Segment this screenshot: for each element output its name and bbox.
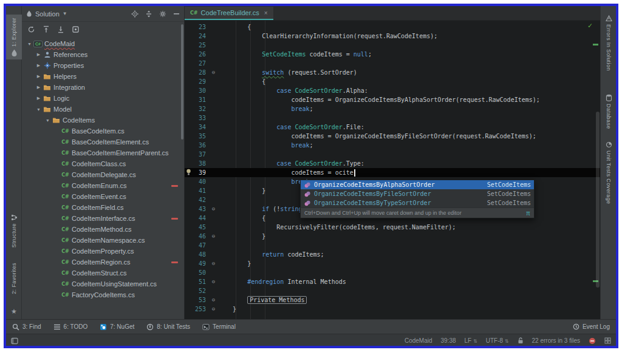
error-summary[interactable]: 22 errors in 3 files bbox=[532, 337, 580, 344]
line-ending-selector[interactable]: LF ⇅ bbox=[465, 337, 477, 344]
line-number[interactable]: 35 bbox=[185, 132, 209, 141]
chevron-down-icon[interactable]: ▼ bbox=[35, 107, 43, 112]
line-number[interactable]: 50 bbox=[185, 268, 209, 277]
code-line[interactable]: 30 case CodeSortOrder.Alpha: bbox=[185, 86, 600, 95]
scroll-to-source-icon[interactable] bbox=[72, 25, 80, 33]
tree-item-logic[interactable]: ▶Logic bbox=[22, 93, 184, 104]
tree-item-codeitemclass-cs[interactable]: C#CodeItemClass.cs bbox=[22, 158, 184, 169]
tree-item-codeitemmethod-cs[interactable]: C#CodeItemMethod.cs bbox=[22, 224, 184, 235]
chevron-down-icon[interactable]: ▼ bbox=[44, 118, 52, 123]
code-line[interactable]: 26 SetCodeItems codeItems = null; bbox=[185, 50, 600, 59]
line-number[interactable]: 33 bbox=[185, 113, 209, 123]
tree-item-factorycodeitems-cs[interactable]: C#FactoryCodeItems.cs bbox=[22, 289, 184, 300]
status-project[interactable]: CodeMaid bbox=[405, 337, 432, 344]
hide-panel-icon[interactable] bbox=[173, 10, 180, 17]
line-number[interactable]: 43 bbox=[185, 204, 209, 214]
fold-marker-icon[interactable]: ⊖ bbox=[209, 68, 218, 77]
tree-scrollbar[interactable] bbox=[181, 24, 183, 140]
tab-explorer[interactable]: 1: Explorer bbox=[6, 15, 22, 59]
line-number[interactable]: 45 bbox=[185, 223, 209, 232]
code-line[interactable]: 31 codeItems = OrganizeCodeItemsByAlphaS… bbox=[185, 95, 600, 104]
caret-position[interactable]: 39:38 bbox=[441, 337, 456, 344]
tree-item-codeitems[interactable]: ▼CodeItems bbox=[22, 115, 184, 126]
line-number[interactable]: 41 bbox=[185, 186, 209, 195]
chevron-right-icon[interactable]: ▶ bbox=[35, 52, 43, 57]
tab-errors-in-solution[interactable]: Errors In Solution bbox=[601, 12, 617, 74]
tab-database[interactable]: Database bbox=[601, 91, 617, 132]
tree-item-codeiteminterface-cs[interactable]: C#CodeItemInterface.cs bbox=[22, 213, 184, 224]
code-line[interactable]: 33 bbox=[185, 113, 600, 123]
code-line[interactable]: 28⊖ switch (request.SortOrder) bbox=[185, 68, 600, 77]
tree-item-basecodeitemelement-cs[interactable]: C#BaseCodeItemElement.cs bbox=[22, 136, 184, 147]
tree-item-codeitemevent-cs[interactable]: C#CodeItemEvent.cs bbox=[22, 191, 184, 202]
line-number[interactable]: 24 bbox=[185, 32, 209, 41]
tab-favorites[interactable]: 2: Favorites bbox=[6, 260, 22, 297]
code-editor[interactable]: 23 {24 ClearHierarchyInformation(request… bbox=[185, 21, 600, 319]
toolwindow-button-7-nuget[interactable]: 7: NuGet bbox=[100, 323, 134, 331]
chevron-right-icon[interactable]: ▶ bbox=[35, 85, 43, 90]
inspection-ok-icon[interactable]: ✓ bbox=[588, 21, 592, 30]
pin-icon[interactable]: π bbox=[526, 210, 530, 217]
tree-item-basecodeitemelementparent-cs[interactable]: C#BaseCodeItemElementParent.cs bbox=[22, 147, 184, 158]
code-line[interactable]: 53⊖ Private Methods bbox=[185, 295, 600, 305]
code-line[interactable]: 36 break; bbox=[185, 141, 600, 150]
line-number[interactable]: 28 bbox=[185, 68, 209, 77]
tree-item-codeitemnamespace-cs[interactable]: C#CodeItemNamespace.cs bbox=[22, 235, 184, 246]
code-line[interactable]: 25 bbox=[185, 41, 600, 50]
fold-marker-icon[interactable]: ⊖ bbox=[209, 232, 218, 241]
line-number[interactable]: 40 bbox=[185, 177, 209, 186]
tree-item-integration[interactable]: ▶Integration bbox=[22, 82, 184, 93]
line-number[interactable]: 26 bbox=[185, 50, 209, 59]
settings-gear-icon[interactable] bbox=[159, 10, 166, 18]
line-number[interactable]: 30 bbox=[185, 86, 209, 95]
code-line[interactable]: 50 bbox=[185, 268, 600, 277]
line-number[interactable]: 47 bbox=[185, 241, 209, 250]
line-number[interactable]: 36 bbox=[185, 141, 209, 150]
tree-item-codeitemusingstatement-cs[interactable]: C#CodeItemUsingStatement.cs bbox=[22, 278, 184, 289]
tab-codetreebuilder[interactable]: C# CodeTreeBuilder.cs × bbox=[185, 7, 273, 20]
tab-structure[interactable]: Structure bbox=[6, 211, 22, 251]
code-line[interactable]: 46⊖ } bbox=[185, 232, 600, 241]
fold-marker-icon[interactable]: ⊖ bbox=[209, 305, 218, 314]
completion-item[interactable]: OrganizeCodeItemsByAlphaSortOrderSetCode… bbox=[301, 180, 534, 189]
editor-scrollbar[interactable] bbox=[596, 112, 600, 288]
toolwindow-button-terminal[interactable]: Terminal bbox=[202, 323, 236, 331]
line-number[interactable]: 44 bbox=[185, 214, 209, 223]
code-line[interactable]: 52 bbox=[185, 286, 600, 295]
tree-item-helpers[interactable]: ▶Helpers bbox=[22, 71, 184, 82]
completion-item[interactable]: OrganizeCodeItemsByTypeSortOrderSetCodeI… bbox=[301, 198, 534, 207]
toolwindow-button-8-unit-tests[interactable]: 8: Unit Tests bbox=[146, 323, 190, 331]
code-line[interactable]: 27 bbox=[185, 59, 600, 68]
line-number[interactable]: 29 bbox=[185, 77, 209, 86]
line-number[interactable]: 49 bbox=[185, 259, 209, 268]
code-line[interactable]: 37 bbox=[185, 150, 600, 159]
code-line[interactable]: 39 codeItems = ocite bbox=[185, 168, 600, 177]
tree-item-codeitemstruct-cs[interactable]: C#CodeItemStruct.cs bbox=[22, 268, 184, 278]
line-number[interactable]: 42 bbox=[185, 195, 209, 204]
error-badge-icon[interactable] bbox=[589, 337, 596, 345]
code-line[interactable]: 24 ClearHierarchyInformation(request.Raw… bbox=[185, 32, 600, 41]
line-number[interactable]: 27 bbox=[185, 59, 209, 68]
tree-item-basecodeitem-cs[interactable]: C#BaseCodeItem.cs bbox=[22, 126, 184, 136]
explorer-view-selector[interactable]: Solution bbox=[35, 10, 60, 18]
line-number[interactable]: 253 bbox=[185, 305, 209, 314]
code-line[interactable]: 47 bbox=[185, 241, 600, 250]
collapse-down-icon[interactable] bbox=[57, 25, 64, 33]
tree-item-codeitemdelegate-cs[interactable]: C#CodeItemDelegate.cs bbox=[22, 169, 184, 180]
toolwindow-toggle-icon[interactable] bbox=[11, 337, 18, 345]
locate-icon[interactable] bbox=[131, 10, 138, 18]
line-number[interactable]: 23 bbox=[185, 22, 209, 32]
fold-marker-icon[interactable]: ⊖ bbox=[209, 204, 218, 214]
tree-item-codeitemregion-cs[interactable]: C#CodeItemRegion.cs bbox=[22, 257, 184, 268]
line-number[interactable]: 25 bbox=[185, 41, 209, 50]
chevron-right-icon[interactable]: ▶ bbox=[35, 63, 43, 68]
fold-marker-icon[interactable]: ⊖ bbox=[209, 259, 218, 268]
line-number[interactable]: 51 bbox=[185, 277, 209, 286]
code-line[interactable]: 49⊖ } bbox=[185, 259, 600, 268]
chevron-down-icon[interactable]: ▼ bbox=[26, 42, 33, 46]
favorites-star-icon[interactable]: ★ bbox=[6, 308, 22, 315]
code-line[interactable]: 38 case CodeSortOrder.Type: bbox=[185, 159, 600, 168]
line-number[interactable]: 46 bbox=[185, 232, 209, 241]
code-line[interactable]: 253⊖ } bbox=[185, 305, 600, 314]
toolwindow-button-3-find[interactable]: 3: Find bbox=[12, 323, 41, 331]
